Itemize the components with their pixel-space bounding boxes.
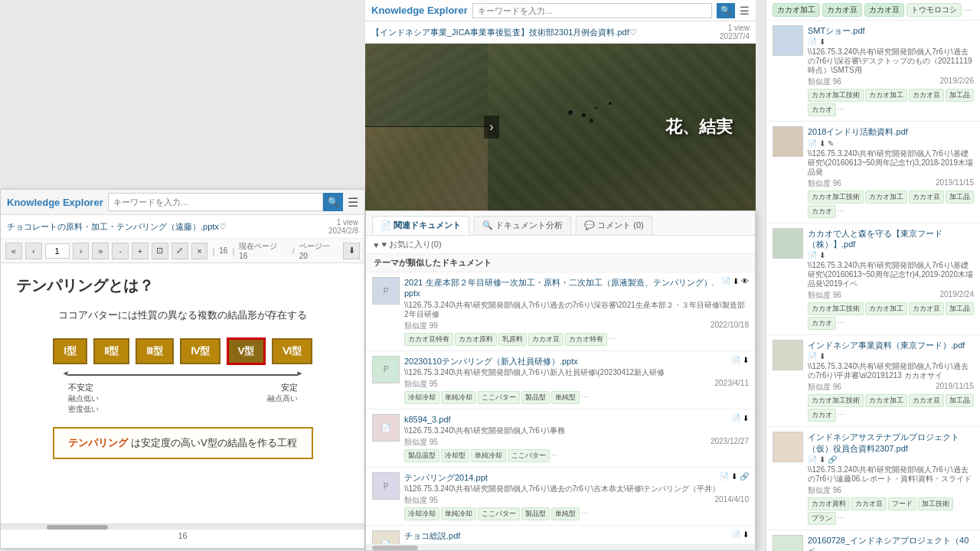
sim-tag-4-3[interactable]: ここバター bbox=[478, 507, 520, 520]
rtag-5-3[interactable]: フード bbox=[888, 497, 916, 510]
toolbar-close[interactable]: × bbox=[191, 243, 208, 259]
toolbar-zoom-in[interactable]: + bbox=[132, 243, 149, 259]
rtag-5-1[interactable]: カカオ資料 bbox=[808, 497, 850, 510]
right-doc-title-5[interactable]: インドネシアサステナブルプロジェクト（仮）役員合資料2307.pdf bbox=[808, 432, 974, 454]
toolbar-download[interactable]: ⬇ bbox=[343, 243, 360, 259]
rtag-4-4[interactable]: 加工品 bbox=[946, 394, 974, 407]
doc-icon-2[interactable]: 📄 bbox=[808, 139, 817, 148]
toolbar-prev[interactable]: ‹ bbox=[25, 243, 42, 259]
tab-related-docs[interactable]: 📄 関連ドキュメント bbox=[372, 216, 469, 235]
sim-doc-icon-3[interactable]: 📄 bbox=[731, 414, 740, 422]
sim-dl-icon-1[interactable]: ⬇ bbox=[733, 277, 739, 285]
sub-panel-scrollbar[interactable] bbox=[366, 544, 755, 550]
doc-download-1[interactable]: ⬇ bbox=[819, 37, 825, 46]
sim-tag-2-4[interactable]: 製品型 bbox=[521, 391, 550, 404]
sim-link-icon-4[interactable]: 🔗 bbox=[740, 472, 749, 481]
toolbar-prev-prev[interactable]: « bbox=[5, 243, 22, 259]
rtag-1-3[interactable]: カカオ豆 bbox=[909, 89, 944, 102]
doc-icon-4[interactable]: 📄 bbox=[808, 352, 817, 360]
rtag-5-2[interactable]: カカオ豆 bbox=[851, 497, 887, 510]
rtag-1-1[interactable]: カカオ加工技術 bbox=[808, 89, 864, 102]
rtag-1-2[interactable]: カカオ加工 bbox=[865, 89, 907, 102]
rtag-4-1[interactable]: カカオ加工技術 bbox=[808, 394, 864, 407]
rtag-2-4[interactable]: 加工品 bbox=[946, 191, 974, 204]
sim-tag-1-1[interactable]: カカオ豆特有 bbox=[404, 333, 453, 346]
rtag-2-5[interactable]: カカオ bbox=[808, 205, 836, 218]
sim-dl-icon-4[interactable]: ⬇ bbox=[731, 472, 737, 481]
rtag-3-1[interactable]: カカオ加工技術 bbox=[808, 302, 864, 315]
viewer-search-button[interactable]: 🔍 bbox=[323, 193, 343, 211]
doc-link-5[interactable]: 🔗 bbox=[828, 455, 837, 464]
right-doc-title-3[interactable]: カカオで人と森を守る【東京フード（株）】.pdf bbox=[808, 228, 974, 250]
sim-tag-3-1[interactable]: 製品温型 bbox=[404, 449, 439, 462]
rtag-4-2[interactable]: カカオ加工 bbox=[865, 394, 907, 407]
sim-dl-icon-3[interactable]: ⬇ bbox=[743, 414, 749, 422]
main-search-button[interactable]: 🔍 bbox=[717, 3, 735, 18]
viewer-doc-title-text[interactable]: チョコレートの原料・加工・テンパリング（遠藤）.pptx♡ bbox=[7, 221, 227, 233]
right-doc-title-6[interactable]: 20160728_インドネシアプロジェクト（40ペ… bbox=[808, 535, 974, 551]
rtag-3-4[interactable]: 加工品 bbox=[946, 302, 974, 315]
rtag-2-2[interactable]: カカオ加工 bbox=[865, 191, 907, 204]
sim-title-5[interactable]: チョコ総説.pdf bbox=[404, 530, 460, 541]
sim-doc-icon-2[interactable]: 📄 bbox=[731, 356, 740, 364]
rtag-1-5[interactable]: カカオ bbox=[808, 103, 836, 116]
tag-kakao-mame[interactable]: カカオ豆 bbox=[822, 3, 862, 17]
right-doc-title-4[interactable]: インドネシア事業資料（東京フード）.pdf bbox=[808, 340, 974, 350]
sim-tag-4-4[interactable]: 製品型 bbox=[521, 507, 550, 520]
sim-tag-3-2[interactable]: 冷却型 bbox=[441, 449, 469, 462]
sim-tag-2-3[interactable]: ここバター bbox=[478, 391, 520, 404]
sim-tag-4-1[interactable]: 冷却冷却 bbox=[404, 507, 439, 520]
doc-download-3[interactable]: ⬇ bbox=[819, 251, 825, 259]
sim-title-3[interactable]: k8594_3.pdf bbox=[404, 414, 451, 425]
sim-title-1[interactable]: 2021 生産本部２年目研修一次加工・原料・二次加工（原液製造、テンパリング）.… bbox=[404, 277, 718, 299]
sim-dl-icon-2[interactable]: ⬇ bbox=[743, 356, 749, 364]
doc-edit-2[interactable]: ✎ bbox=[828, 139, 834, 148]
doc-icon-3[interactable]: 📄 bbox=[808, 251, 817, 259]
sim-tag-1-3[interactable]: 乳原料 bbox=[498, 333, 527, 346]
sim-tag-2-1[interactable]: 冷却冷却 bbox=[404, 391, 439, 404]
viewer-scrollbar-thumb[interactable] bbox=[47, 525, 108, 530]
tab-comments[interactable]: 💬 コメント (0) bbox=[576, 216, 652, 235]
sim-tag-3-3[interactable]: 単純冷却 bbox=[471, 449, 506, 462]
rtag-5-4[interactable]: 加工技術 bbox=[918, 497, 953, 510]
sim-tag-2-5[interactable]: 単純型 bbox=[551, 391, 580, 404]
right-doc-title-1[interactable]: SMTショー.pdf bbox=[808, 25, 974, 36]
sim-title-2[interactable]: 20230110テンパリング（新入社員研修）.pptx bbox=[404, 356, 578, 367]
rtag-2-1[interactable]: カカオ加工技術 bbox=[808, 191, 864, 204]
sim-tag-1-5[interactable]: カカオ特有 bbox=[565, 333, 607, 346]
rtag-5-5[interactable]: プラン bbox=[808, 512, 836, 525]
doc-icon-5[interactable]: 📄 bbox=[808, 455, 817, 464]
right-doc-title-2[interactable]: 2018インドり活動資料.pdf bbox=[808, 126, 974, 137]
photo-nav-right[interactable]: › bbox=[484, 116, 499, 139]
sim-doc-icon-1[interactable]: 📄 bbox=[721, 277, 730, 285]
rtag-3-3[interactable]: カカオ豆 bbox=[909, 302, 944, 315]
rtag-4-3[interactable]: カカオ豆 bbox=[909, 394, 944, 407]
rtag-2-3[interactable]: カカオ豆 bbox=[909, 191, 944, 204]
main-doc-title[interactable]: 【インドネシア事業_JICA事業事後監査】技術部2301月例会資料.pdf♡ bbox=[371, 27, 637, 38]
sim-eye-icon-1[interactable]: 👁 bbox=[741, 277, 749, 285]
toolbar-next[interactable]: › bbox=[73, 243, 90, 259]
viewer-scrollbar-h[interactable] bbox=[1, 523, 364, 530]
doc-download-2[interactable]: ⬇ bbox=[819, 139, 825, 148]
tag-kakao-kako[interactable]: カカオ加工 bbox=[773, 3, 820, 17]
doc-download-5[interactable]: ⬇ bbox=[819, 455, 825, 464]
fav-button[interactable]: ♥ ♥ お気に入り(0) bbox=[366, 236, 755, 254]
toolbar-expand[interactable]: ⤢ bbox=[172, 243, 188, 259]
sim-doc-icon-4[interactable]: 📄 bbox=[720, 472, 729, 481]
sim-title-4[interactable]: テンパリング2014.ppt bbox=[404, 472, 488, 483]
toolbar-zoom-out[interactable]: - bbox=[112, 243, 129, 259]
viewer-hamburger-button[interactable]: ☰ bbox=[348, 195, 358, 210]
sim-tag-4-2[interactable]: 単純冷却 bbox=[441, 507, 476, 520]
doc-download-4[interactable]: ⬇ bbox=[819, 352, 825, 360]
rtag-3-2[interactable]: カカオ加工 bbox=[865, 302, 907, 315]
sim-tag-4-5[interactable]: 単純型 bbox=[551, 507, 580, 520]
sim-dl-icon-5[interactable]: ⬇ bbox=[743, 530, 749, 539]
tag-kakao-mame2[interactable]: カカオ豆 bbox=[864, 3, 904, 17]
sim-tag-1-2[interactable]: カカオ原料 bbox=[455, 333, 497, 346]
sim-doc-icon-5[interactable]: 📄 bbox=[731, 530, 740, 539]
rtag-4-5[interactable]: カカオ bbox=[808, 409, 836, 422]
toolbar-next-next[interactable]: » bbox=[92, 243, 109, 259]
viewer-search-input[interactable] bbox=[108, 193, 324, 211]
main-hamburger-button[interactable]: ☰ bbox=[740, 5, 750, 17]
tab-doc-analysis[interactable]: 🔍 ドキュメント分析 bbox=[474, 216, 571, 235]
